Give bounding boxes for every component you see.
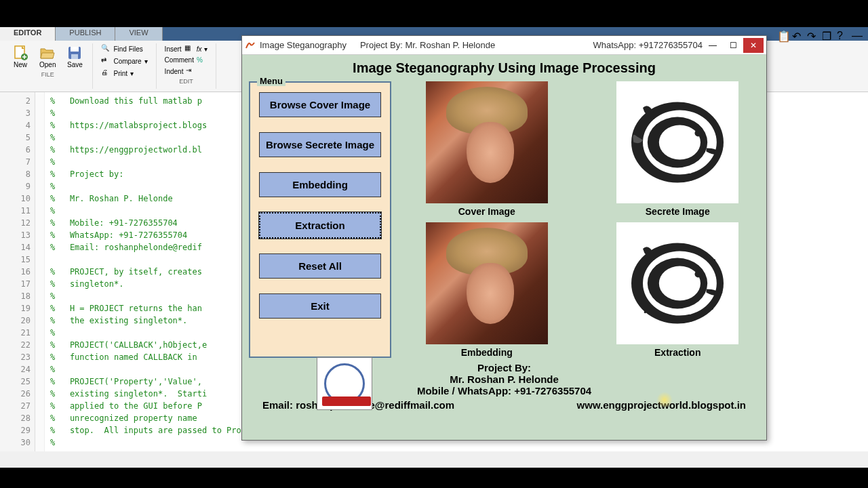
svg-point-9 <box>695 129 702 136</box>
reset-button[interactable]: Reset All <box>259 253 381 279</box>
print-button[interactable]: 🖨Print ▾ <box>98 68 150 79</box>
compare-icon: ⇄ <box>101 56 111 66</box>
gui-titlebar[interactable]: Image Steganography Project By: Mr. Rosh… <box>242 36 766 55</box>
menu-panel: Menu Browse Cover Image Browse Secrete I… <box>249 81 391 358</box>
edit-group-label: EDIT <box>179 78 193 85</box>
embedding-image <box>426 222 548 344</box>
svg-rect-3 <box>71 47 79 52</box>
menu-legend: Menu <box>257 76 285 86</box>
findfiles-button[interactable]: 🔍Find Files <box>98 43 150 54</box>
author-logo <box>317 357 372 410</box>
footer-website: www.enggprojectworld.blogspot.in <box>577 399 746 411</box>
secret-label: Secrete Image <box>596 206 760 217</box>
embedding-button[interactable]: Embedding <box>259 172 381 197</box>
matlab-figure-icon <box>245 40 256 51</box>
print-icon: 🖨 <box>101 68 111 78</box>
save-button[interactable]: Save <box>62 43 87 70</box>
close-button[interactable]: ✕ <box>743 38 764 53</box>
gui-title-projectby: Project By: Mr. Roshan P. Helonde <box>347 40 509 50</box>
svg-point-18 <box>644 311 646 313</box>
gui-heading: Image Steganography Using Image Processi… <box>249 60 760 76</box>
embedding-label: Embedding <box>405 347 569 358</box>
tab-editor[interactable]: EDITOR <box>0 27 56 41</box>
extraction-image <box>616 222 738 344</box>
svg-point-16 <box>718 277 720 279</box>
svg-point-19 <box>720 291 722 293</box>
open-folder-icon <box>39 45 56 61</box>
svg-point-13 <box>659 266 701 301</box>
new-label: New <box>14 61 27 68</box>
window-icon[interactable]: ❐ <box>822 30 833 41</box>
gui-title-whatsapp: WhatsApp: +917276355704 <box>593 40 703 50</box>
cover-label: Cover Image <box>405 206 569 217</box>
open-button[interactable]: Open <box>35 43 60 70</box>
browse-secret-button[interactable]: Browse Secrete Image <box>259 132 381 157</box>
find-icon: 🔍 <box>101 44 111 54</box>
redo-icon[interactable]: ↷ <box>807 30 818 41</box>
svg-point-14 <box>695 270 702 277</box>
letterbox-bottom <box>0 468 868 488</box>
svg-point-15 <box>713 259 715 261</box>
svg-rect-4 <box>71 54 78 59</box>
save-icon <box>66 45 83 61</box>
open-label: Open <box>39 61 56 68</box>
paste-icon[interactable]: 📋 <box>777 30 788 41</box>
letterbox-top <box>0 0 868 27</box>
tab-publish[interactable]: PUBLISH <box>56 27 115 41</box>
secret-image <box>616 81 738 203</box>
svg-point-8 <box>659 125 701 160</box>
top-right-quick-icons: 📋 ↶ ↷ ❐ ? — <box>774 27 865 43</box>
file-group-label: FILE <box>41 71 54 78</box>
gui-title: Image Steganography <box>260 40 347 50</box>
extraction-button[interactable]: Extraction <box>259 212 381 239</box>
undo-icon[interactable]: ↶ <box>792 30 803 41</box>
tab-view[interactable]: VIEW <box>115 27 162 41</box>
extraction-label: Extraction <box>596 347 760 358</box>
new-file-icon <box>12 45 28 61</box>
maximize-button[interactable]: ☐ <box>723 38 743 53</box>
svg-point-17 <box>711 308 713 310</box>
insert-row[interactable]: Insert ▦ fx ▾ <box>162 43 211 54</box>
minimize-button[interactable]: — <box>703 38 723 53</box>
cover-image <box>426 81 548 203</box>
indent-row[interactable]: Indent ⇥ <box>162 66 211 77</box>
line-gutter: 2345678910111213141516171819202122232425… <box>0 92 35 451</box>
compare-button[interactable]: ⇄Compare ▾ <box>98 56 150 66</box>
gui-figure-window: Image Steganography Project By: Mr. Rosh… <box>241 35 767 441</box>
browse-cover-button[interactable]: Browse Cover Image <box>259 92 381 117</box>
save-label: Save <box>67 61 83 68</box>
image-grid: Cover Image Secrete Image Embedding <box>405 81 760 358</box>
fold-gutter <box>35 92 45 451</box>
new-button[interactable]: New <box>8 43 33 70</box>
help-icon[interactable]: ? <box>837 30 848 41</box>
comment-row[interactable]: Comment % <box>162 56 211 64</box>
minimize-icon[interactable]: — <box>852 30 863 41</box>
exit-button[interactable]: Exit <box>259 293 381 319</box>
